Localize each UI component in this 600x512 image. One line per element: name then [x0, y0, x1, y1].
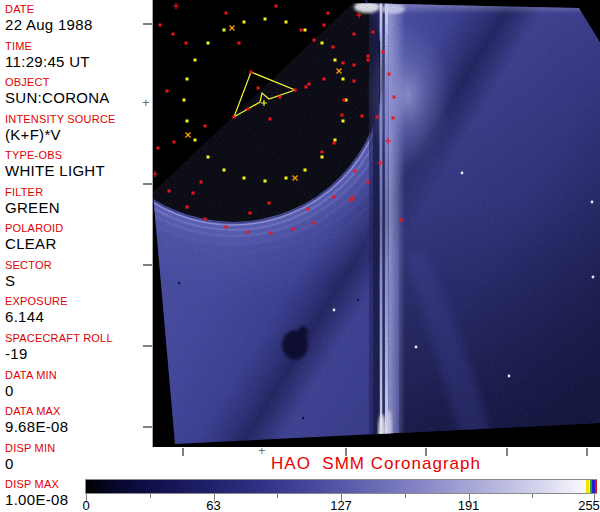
grid-dot-yellow [321, 42, 324, 45]
star-point [415, 346, 418, 349]
metadata-field: TYPE-OBSWHITE LIGHT [5, 149, 151, 180]
star-point [508, 375, 511, 378]
metadata-field: DISP MIN0 [5, 442, 151, 473]
left-axis-tick [143, 23, 152, 25]
grid-dot-red [172, 33, 175, 36]
field-value: 6.144 [5, 308, 151, 326]
star-point [461, 172, 464, 175]
grid-dot-red [173, 141, 176, 144]
grid-dot-red [308, 83, 311, 86]
field-value: -19 [5, 345, 151, 363]
field-value: (K+F)*V [5, 126, 151, 144]
grid-dot-red [354, 170, 357, 173]
grid-dot-red [341, 114, 344, 117]
grid-dot-yellow [334, 139, 337, 142]
colorbar-minor-tick [532, 494, 533, 498]
grid-dot-red [157, 147, 160, 150]
grid-dot-red [393, 96, 396, 99]
field-value: 22 Aug 1988 [5, 16, 151, 34]
app-window: DATE22 Aug 1988TIME11:29:45 UTOBJECTSUN:… [0, 0, 600, 512]
grid-dot-red [342, 62, 345, 65]
grid-dot-red [279, 96, 282, 99]
field-label: DATE [5, 3, 151, 16]
field-value: CLEAR [5, 235, 151, 253]
grid-dot-red [333, 196, 336, 199]
grid-dot-red [269, 118, 272, 121]
colorbar-label: 255 [578, 498, 600, 512]
grid-dot-red [294, 89, 297, 92]
grid-dot-red [327, 12, 330, 15]
field-label: INTENSITY SOURCE [5, 113, 151, 126]
grid-dot-red [159, 24, 162, 27]
field-label: SPACECRAFT ROLL [5, 332, 151, 345]
metadata-field: DATA MAX9.68E-08 [5, 405, 151, 436]
grid-dot-yellow [264, 180, 267, 183]
colorbar-minor-tick [405, 494, 406, 498]
dust-speck [357, 299, 359, 301]
grid-dot-red [250, 71, 253, 74]
coronagraph-image-canvas[interactable] [152, 0, 600, 447]
left-axis-plus: + [142, 98, 150, 108]
image-title: HAO SMM Coronagraph [152, 454, 600, 474]
field-label: DATA MIN [5, 369, 151, 382]
grid-dot-red [204, 218, 207, 221]
grid-dot-yellow [342, 78, 345, 81]
grid-dot-yellow [264, 18, 267, 21]
grid-dot-red [388, 73, 391, 76]
grid-dot-red [166, 90, 169, 93]
field-label: SECTOR [5, 259, 151, 272]
grid-dot-red [270, 232, 273, 235]
grid-dot-red [292, 228, 295, 231]
grid-dot-red [300, 29, 303, 32]
grid-dot-yellow [183, 99, 186, 102]
metadata-field: DATE22 Aug 1988 [5, 3, 151, 34]
metadata-field: DATA MIN0 [5, 369, 151, 400]
grid-dot-red [168, 190, 171, 193]
field-label: EXPOSURE [5, 295, 151, 308]
grid-dot-yellow [194, 59, 197, 62]
metadata-field: SPACECRAFT ROLL-19 [5, 332, 151, 363]
grid-dot-red [233, 116, 236, 119]
coronagraph-image [153, 0, 600, 447]
grid-dot-red [367, 55, 370, 58]
grid-dot-red [367, 181, 370, 184]
colorbar-label: 191 [458, 498, 480, 512]
grid-dot-yellow [304, 169, 307, 172]
grid-dot-red [333, 142, 336, 145]
grid-dot-red [332, 46, 335, 49]
grid-dot-red [361, 115, 364, 118]
grid-dot-red [353, 33, 356, 36]
dust-speck [302, 417, 304, 419]
grid-dot-red [307, 208, 310, 211]
dust-speck [178, 282, 180, 284]
metadata-field: FILTERGREEN [5, 186, 151, 217]
left-axis-tick [143, 264, 152, 266]
grid-dot-yellow [186, 120, 189, 123]
grid-dot-yellow [186, 78, 189, 81]
grid-dot-red [353, 64, 356, 67]
grid-dot-red [268, 202, 271, 205]
grid-dot-yellow [321, 156, 324, 159]
grid-dot-red [323, 24, 326, 27]
grid-dot-red [392, 117, 395, 120]
star-point [333, 309, 336, 312]
metadata-field: SECTORS [5, 259, 151, 290]
field-value: SUN:CORONA [5, 89, 151, 107]
grid-dot-red [367, 59, 370, 62]
left-axis-tick [143, 426, 152, 428]
grid-dot-yellow [223, 169, 226, 172]
colorbar-label: 0 [82, 498, 89, 512]
field-label: DISP MIN [5, 442, 151, 455]
field-value: 9.68E-08 [5, 418, 151, 436]
grid-dot-red [225, 12, 228, 15]
metadata-field: INTENSITY SOURCE(K+F)*V [5, 113, 151, 144]
grid-dot-red [249, 212, 252, 215]
field-label: DATA MAX [5, 405, 151, 418]
grid-dot-red [257, 87, 260, 90]
field-label: POLAROID [5, 222, 151, 235]
grid-dot-red [372, 31, 375, 34]
grid-dot-red [185, 42, 188, 45]
colorbar-stripe [595, 480, 597, 493]
left-axis-tick [143, 183, 152, 185]
grid-dot-red [321, 151, 324, 154]
